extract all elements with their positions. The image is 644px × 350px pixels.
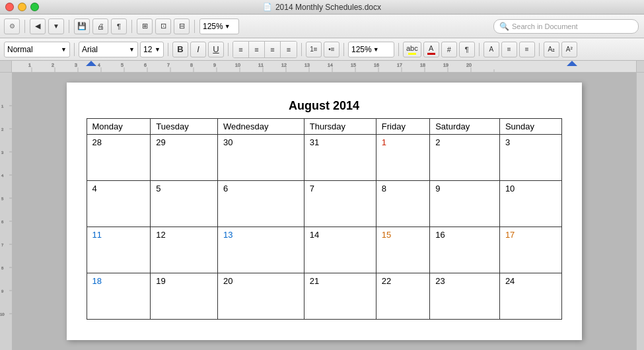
day-number: 1 <box>382 137 424 147</box>
svg-text:10: 10 <box>0 312 5 316</box>
font-value: Arial <box>82 45 98 54</box>
subscript-button[interactable]: A₂ <box>544 42 559 57</box>
style-value: Normal <box>7 45 33 54</box>
calendar-title: August 2014 <box>87 99 562 113</box>
print-button[interactable]: 🖨 <box>92 18 108 34</box>
toolbar1: ⚙ ◀ ▼ 💾 🖨 ¶ ⊞ ⊡ ⊟ 125% ▼ 🔍 Search in Doc… <box>0 15 644 38</box>
day-number: 11 <box>92 230 145 240</box>
superscript-button[interactable]: A² <box>561 42 577 57</box>
bold-button[interactable]: B <box>172 42 188 57</box>
new-button[interactable]: ⚙ <box>4 18 20 34</box>
sep-s3 <box>228 43 229 56</box>
cal-cell-r0-c3: 31 <box>304 135 376 181</box>
align-left-button[interactable]: ≡ <box>233 42 249 57</box>
day-number: 3 <box>505 137 556 147</box>
sidebar-right <box>636 73 644 350</box>
size-value: 12 <box>143 45 152 54</box>
align-right-button[interactable]: ≡ <box>265 42 281 57</box>
day-number: 19 <box>156 276 212 286</box>
back-button[interactable]: ◀ <box>30 18 46 34</box>
font-color-swatch <box>427 53 435 55</box>
cal-cell-r2-c1: 12 <box>151 227 218 273</box>
align-justify-button[interactable]: ≡ <box>281 42 297 57</box>
style-dropdown[interactable]: Normal ▼ <box>4 42 70 57</box>
svg-text:3: 3 <box>75 63 77 67</box>
title-bar: 📄 2014 Monthly Schedules.docx <box>0 0 644 15</box>
view2-button[interactable]: ⊡ <box>155 18 171 34</box>
doc-page: August 2014 Monday Tuesday Wednesday Thu… <box>67 83 582 340</box>
cal-cell-r3-c1: 19 <box>151 273 218 320</box>
day-number: 5 <box>156 184 212 193</box>
window-controls <box>5 3 39 11</box>
day-number: 14 <box>310 230 371 240</box>
cal-cell-r1-c2: 6 <box>218 181 304 227</box>
style-arrow: ▼ <box>61 46 67 53</box>
day-number: 6 <box>223 184 299 193</box>
sep2 <box>69 20 69 33</box>
forward-button[interactable]: ▼ <box>48 18 64 34</box>
day-number: 18 <box>92 276 145 286</box>
cal-cell-r2-c5: 16 <box>430 227 500 273</box>
align-center-button[interactable]: ≡ <box>249 42 265 57</box>
day-number: 30 <box>223 137 299 147</box>
header-friday: Friday <box>376 119 429 135</box>
header-tuesday: Tuesday <box>151 119 218 135</box>
zoom-box2[interactable]: 125% ▼ <box>348 42 394 57</box>
search-container: 🔍 Search in Document <box>493 19 639 34</box>
day-number: 31 <box>310 137 371 147</box>
textbox3-button[interactable]: ≡ <box>519 42 535 57</box>
page-area[interactable]: August 2014 Monday Tuesday Wednesday Thu… <box>12 73 636 350</box>
sep-s2 <box>168 43 168 56</box>
sep4 <box>194 20 195 33</box>
sep1 <box>24 20 25 33</box>
cal-cell-r0-c0: 28 <box>87 135 151 181</box>
ordered-list-button[interactable]: 1≡ <box>306 42 322 57</box>
textbox-button[interactable]: A <box>483 42 499 57</box>
ruler-area: 1 2 3 4 5 6 7 8 9 10 11 12 13 14 15 16 1… <box>0 61 644 73</box>
day-number: 4 <box>92 184 145 193</box>
svg-text:14: 14 <box>328 63 333 67</box>
day-number: 21 <box>310 276 371 286</box>
underline-button[interactable]: U <box>208 42 224 57</box>
view3-button[interactable]: ⊟ <box>174 18 190 34</box>
header-wednesday: Wednesday <box>218 119 304 135</box>
minimize-button[interactable] <box>18 3 26 11</box>
pilcrow-button[interactable]: ¶ <box>459 42 475 57</box>
font-dropdown[interactable]: Arial ▼ <box>79 42 138 57</box>
show-button[interactable]: ¶ <box>111 18 127 34</box>
textbox2-button[interactable]: ≡ <box>501 42 517 57</box>
border-button[interactable]: # <box>441 42 457 57</box>
font-color-button[interactable]: A <box>423 42 439 57</box>
zoom-value2: 125% <box>351 45 372 54</box>
font-arrow: ▼ <box>129 46 135 53</box>
size-dropdown[interactable]: 12 ▼ <box>140 42 164 57</box>
italic-button[interactable]: I <box>190 42 206 57</box>
search-input[interactable]: Search in Document <box>512 22 578 30</box>
highlight-icon: abc <box>406 44 418 52</box>
header-saturday: Saturday <box>430 119 500 135</box>
cal-cell-r3-c3: 21 <box>304 273 376 320</box>
svg-text:13: 13 <box>304 63 310 67</box>
close-button[interactable] <box>5 3 14 11</box>
cal-cell-r2-c2: 13 <box>218 227 304 273</box>
maximize-button[interactable] <box>30 3 39 11</box>
view-button[interactable]: ⊞ <box>137 18 153 34</box>
search-icon: 🔍 <box>499 22 509 31</box>
day-number: 9 <box>435 184 494 193</box>
zoom-box[interactable]: 125% ▼ <box>199 18 239 34</box>
svg-text:8: 8 <box>190 63 193 67</box>
highlight-color <box>408 53 416 55</box>
calendar-body: 2829303112345678910111213141516171819202… <box>87 135 561 320</box>
save-button[interactable]: 💾 <box>74 18 90 34</box>
svg-text:16: 16 <box>374 63 379 67</box>
unordered-list-button[interactable]: •≡ <box>324 42 340 57</box>
cal-cell-r0-c6: 3 <box>499 135 561 181</box>
svg-text:12: 12 <box>281 63 287 67</box>
sep-s4 <box>301 43 302 56</box>
svg-text:4: 4 <box>98 63 100 67</box>
highlight-button[interactable]: abc <box>403 42 421 57</box>
day-number: 12 <box>156 230 212 240</box>
sep3 <box>131 20 132 33</box>
cal-cell-r3-c5: 23 <box>430 273 500 320</box>
cal-cell-r0-c5: 2 <box>430 135 500 181</box>
